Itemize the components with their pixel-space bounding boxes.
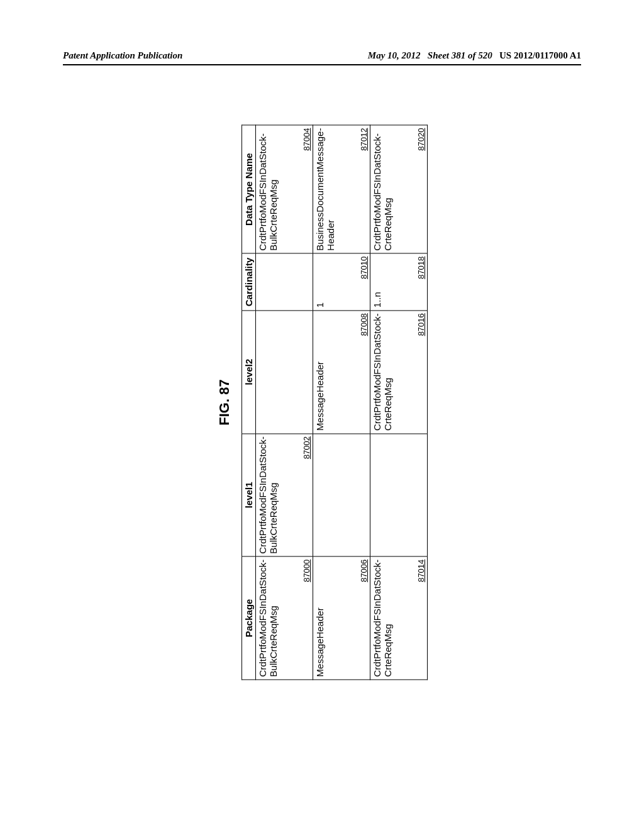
table-row: CrdtPrtfoModFSInDatStock-BulkCrteReqMsg … — [256, 125, 313, 680]
ref-num: 87016 — [416, 313, 426, 336]
ref-num: 87002 — [302, 436, 311, 459]
col-level2: level2 — [242, 311, 256, 434]
ref-num: 87008 — [359, 313, 369, 336]
cell-data-type-name: CrdtPrtfoModFSInDatStock-BulkCrteReqMsg … — [256, 126, 313, 253]
schema-table: Package level1 level2 Cardinality Data T… — [242, 125, 428, 680]
col-data-type-name: Data Type Name — [242, 125, 256, 253]
cell-data-type-name: BusinessDocumentMessage-Header 87012 — [313, 126, 370, 253]
ref-num: 87010 — [359, 257, 369, 279]
ref-num: 87004 — [302, 128, 311, 151]
cell-cardinality: 1 87010 — [313, 254, 370, 311]
ref-num: 87014 — [416, 560, 426, 582]
figure-title: FIG. 87 — [216, 125, 233, 680]
header-rule — [63, 64, 581, 65]
col-level1: level1 — [242, 433, 256, 556]
table-row: MessageHeader 87006 MessageHeader 87008 … — [313, 125, 370, 680]
col-package: Package — [242, 556, 256, 680]
page-header: Patent Application Publication May 10, 2… — [63, 50, 581, 61]
cell-level1 — [313, 434, 370, 556]
cell-level2 — [256, 311, 313, 433]
ref-num: 87018 — [416, 257, 426, 279]
col-cardinality: Cardinality — [242, 253, 256, 311]
cell-cardinality: 1..n 87018 — [370, 254, 427, 311]
ref-num: 87012 — [359, 128, 369, 151]
cell-cardinality — [256, 254, 313, 311]
ref-num: 87006 — [359, 560, 369, 582]
cell-package: MessageHeader 87006 — [313, 557, 370, 680]
cell-level2: MessageHeader 87008 — [313, 311, 370, 433]
figure-87: FIG. 87 Package level1 level2 Cardinalit… — [216, 125, 428, 680]
cell-level1 — [370, 434, 427, 556]
cell-package: CrdtPrtfoModFSInDatStock-BulkCrteReqMsg … — [256, 557, 313, 680]
table-header-row: Package level1 level2 Cardinality Data T… — [242, 125, 256, 680]
cell-level1: CrdtPrtfoModFSInDatStock-BulkCrteReqMsg … — [256, 434, 313, 556]
header-right: May 10, 2012 Sheet 381 of 520 US 2012/01… — [368, 50, 581, 61]
cell-package: CrdtPrtfoModFSInDatStock-CrteReqMsg 8701… — [370, 557, 427, 680]
header-left: Patent Application Publication — [63, 50, 182, 61]
cell-data-type-name: CrdtPrtfoModFSInDatStock-CrteReqMsg 8702… — [370, 126, 427, 253]
ref-num: 87020 — [416, 128, 426, 151]
cell-level2: CrdtPrtfoModFSInDatStock-CrteReqMsg 8701… — [370, 311, 427, 433]
ref-num: 87000 — [302, 560, 311, 582]
table-row: CrdtPrtfoModFSInDatStock-CrteReqMsg 8701… — [370, 125, 428, 680]
